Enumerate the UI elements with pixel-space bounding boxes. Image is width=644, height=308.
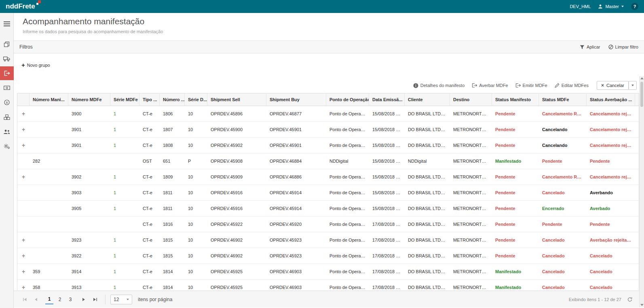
column-header[interactable]: Número Mani... [30,93,68,106]
column-header[interactable]: Série D... [185,93,207,106]
column-header[interactable]: Ponto de Operação [326,93,369,106]
app-logo[interactable]: nddFrete [6,2,41,11]
column-header[interactable]: Status MDFe [539,93,587,106]
expand-icon[interactable]: + [17,268,30,275]
table-row[interactable]: 39051CT-e181110OPRDEV.45916OPRDEV.45914P… [17,201,639,217]
cell-tipo: CT-e [139,285,160,290]
sidebar-item-faturamento[interactable] [0,81,14,95]
status-mdfe: Cancelando [539,127,587,132]
cell-serie-doc: 10 [185,127,207,132]
vertical-scrollbar[interactable] [639,76,644,307]
expand-icon[interactable]: + [17,284,30,291]
table-row[interactable]: +39021CT-e180910OPRDEV.45909OPRDEV.46886… [17,169,639,185]
status-manifesto: Pendente [492,127,539,132]
scroll-down-arrow[interactable] [640,304,644,306]
column-header[interactable]: Status Manifesto [492,93,539,106]
cell-serie-doc: 10 [185,253,207,258]
cell-cliente: DO BRASIL LTDA-GU... [405,111,450,116]
column-header[interactable]: Destino [450,93,492,106]
sidebar-item-financeiro[interactable]: $ [0,96,14,109]
apply-filter-button[interactable]: Aplicar [580,45,600,49]
page-size-select[interactable]: 12 [110,295,132,304]
manifest-details-button[interactable]: Detalhes do manifesto [413,83,465,88]
averbar-mdfe-button[interactable]: Averbar MDFe [472,83,508,88]
cell-ponto-operacao: Ponto de Operação ... [326,285,369,290]
status-averbacao: Cancelamento rejeit... [587,111,635,116]
column-header[interactable]: Data Emissã... [369,93,405,106]
sidebar-item-manifestacao[interactable] [0,66,14,80]
table-row[interactable]: +39221CT-e181510OPRDEV.46902OPRDEV.45923… [17,248,639,264]
cell-serie: 1 [110,127,139,132]
page-header: Acompanhamento manifestação Informe os d… [14,13,644,40]
table-row[interactable]: CT-e181610OPRDEV.45922OPRDEV.45920Ponto … [17,217,639,232]
status-manifesto: Pendente [492,111,539,116]
cell-data-emissao: 15/08/2018 1... [369,127,405,132]
editar-mdfes-button[interactable]: Editar MDFes [555,83,589,88]
sidebar-item-configuracoes[interactable] [0,139,14,153]
expand-icon[interactable]: + [17,237,30,243]
table-row[interactable]: +35939141CT-e181410OPRDEV.45925OPRDEV.46… [17,264,639,280]
column-header[interactable]: Número ... [160,93,185,106]
last-page-button[interactable] [90,294,100,305]
user-name: Master [605,4,619,9]
sidebar-item-transport[interactable] [0,52,14,66]
box-arrow-icon [472,83,477,88]
page-button[interactable]: 2 [56,295,64,304]
table-row[interactable]: +39011CT-e180710OPRDEV.45900OPRDEV.45901… [17,122,639,138]
cell-numero: 1815 [160,238,185,242]
column-header[interactable]: Tipo ... [139,93,160,106]
status-mdfe: Cancelado [539,269,587,274]
scroll-up-arrow[interactable] [640,77,644,79]
cell-shipment-sell: OPRDEV.45896 [207,111,266,116]
new-group-button[interactable]: + Novo grupo [21,63,50,68]
cell-cliente: DO BRASIL LTDA-GU... [405,253,450,258]
help-button[interactable]: ? [631,3,638,10]
cell-shipment-sell: OPRDEV.45925 [207,285,266,290]
table-row[interactable]: +39001CT-e180610OPRDEV.45896OPRDEV.46877… [17,106,639,122]
table-row[interactable]: +39231CT-e181510OPRDEV.46902OPRDEV.45923… [17,232,639,248]
first-page-button[interactable] [19,294,30,305]
table-row[interactable]: 39031CT-e181110OPRDEV.45916OPRDEV.45914P… [17,185,639,201]
hamburger-icon [4,21,10,27]
cell-serie-doc: 10 [185,285,207,290]
sidebar-item-usuarios[interactable] [0,125,14,138]
column-header[interactable]: Shipment Sell [207,93,266,106]
expand-icon[interactable]: + [17,126,30,133]
column-header[interactable]: Série MDFe [110,93,139,106]
expand-icon[interactable]: + [17,110,30,117]
status-manifesto: Pendente [492,253,539,258]
column-header[interactable]: Número MDFe [68,93,110,106]
column-header[interactable]: Shipment Buy [266,93,326,106]
column-header[interactable]: Status Averbação ... [587,93,635,106]
prev-page-button[interactable] [31,294,41,305]
scrollbar-thumb[interactable] [640,82,643,107]
gears-icon [4,143,10,149]
cancel-dropdown-button[interactable] [629,81,637,90]
expand-icon[interactable]: + [17,174,30,180]
status-mdfe: Cancelado [539,253,587,258]
expand-icon[interactable]: + [17,142,30,149]
column-header[interactable]: Cliente [405,93,450,106]
sidebar-item-documents[interactable] [0,37,14,51]
next-page-button[interactable] [78,294,89,305]
table-row[interactable]: +35839131CT-e181410OPRDEV.45925OPRDEV.46… [17,280,639,291]
page-button[interactable]: 3 [66,295,74,304]
logo-square-red [38,0,41,3]
expand-icon[interactable]: + [17,253,30,259]
sidebar-menu-toggle[interactable] [0,17,14,31]
status-averbacao: Averbando [587,190,635,195]
emitir-mdfe-button[interactable]: Emitir MDFe [515,83,547,88]
export-icon [4,70,10,76]
cell-shipment-buy: OPRDEV.45901 [266,143,326,148]
table-row[interactable]: 282OST651POPRDEV.45908OPRDEV.46884NDDigi… [17,153,639,169]
clear-filter-button[interactable]: Limpar filtro [608,45,638,49]
refresh-button[interactable] [627,297,633,302]
table-row[interactable]: +39011CT-e180810OPRDEV.45902OPRDEV.45901… [17,138,639,153]
cell-numero: 1811 [160,190,185,195]
page-button[interactable]: 1 [45,295,53,304]
box-arrow-icon [515,83,521,88]
cancel-button[interactable]: × Cancelar [597,81,629,90]
user-menu[interactable]: Master [598,4,624,9]
sidebar-item-cargas[interactable] [0,110,14,124]
chevron-down-icon [127,299,129,300]
